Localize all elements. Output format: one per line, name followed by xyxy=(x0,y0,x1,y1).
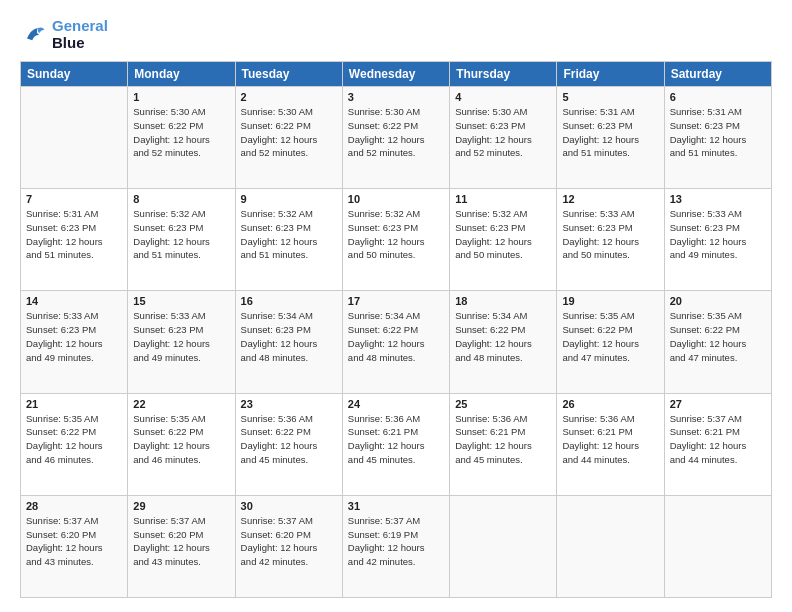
calendar-table: SundayMondayTuesdayWednesdayThursdayFrid… xyxy=(20,61,772,598)
day-info: Sunrise: 5:34 AM Sunset: 6:22 PM Dayligh… xyxy=(348,309,444,364)
calendar-cell: 8Sunrise: 5:32 AM Sunset: 6:23 PM Daylig… xyxy=(128,189,235,291)
header-day-monday: Monday xyxy=(128,62,235,87)
calendar-cell: 15Sunrise: 5:33 AM Sunset: 6:23 PM Dayli… xyxy=(128,291,235,393)
calendar-cell: 4Sunrise: 5:30 AM Sunset: 6:23 PM Daylig… xyxy=(450,87,557,189)
day-info: Sunrise: 5:30 AM Sunset: 6:22 PM Dayligh… xyxy=(348,105,444,160)
logo-text: General Blue xyxy=(52,18,108,51)
week-row-2: 7Sunrise: 5:31 AM Sunset: 6:23 PM Daylig… xyxy=(21,189,772,291)
day-number: 27 xyxy=(670,398,766,410)
day-info: Sunrise: 5:32 AM Sunset: 6:23 PM Dayligh… xyxy=(348,207,444,262)
day-info: Sunrise: 5:36 AM Sunset: 6:21 PM Dayligh… xyxy=(348,412,444,467)
calendar-cell: 14Sunrise: 5:33 AM Sunset: 6:23 PM Dayli… xyxy=(21,291,128,393)
day-info: Sunrise: 5:31 AM Sunset: 6:23 PM Dayligh… xyxy=(670,105,766,160)
calendar-cell: 17Sunrise: 5:34 AM Sunset: 6:22 PM Dayli… xyxy=(342,291,449,393)
day-info: Sunrise: 5:35 AM Sunset: 6:22 PM Dayligh… xyxy=(26,412,122,467)
day-number: 7 xyxy=(26,193,122,205)
calendar-cell: 6Sunrise: 5:31 AM Sunset: 6:23 PM Daylig… xyxy=(664,87,771,189)
day-info: Sunrise: 5:30 AM Sunset: 6:22 PM Dayligh… xyxy=(133,105,229,160)
week-row-1: 1Sunrise: 5:30 AM Sunset: 6:22 PM Daylig… xyxy=(21,87,772,189)
day-info: Sunrise: 5:31 AM Sunset: 6:23 PM Dayligh… xyxy=(26,207,122,262)
day-number: 29 xyxy=(133,500,229,512)
day-number: 28 xyxy=(26,500,122,512)
calendar-cell: 24Sunrise: 5:36 AM Sunset: 6:21 PM Dayli… xyxy=(342,393,449,495)
day-number: 16 xyxy=(241,295,337,307)
calendar-cell: 26Sunrise: 5:36 AM Sunset: 6:21 PM Dayli… xyxy=(557,393,664,495)
day-number: 22 xyxy=(133,398,229,410)
header-day-friday: Friday xyxy=(557,62,664,87)
header-day-wednesday: Wednesday xyxy=(342,62,449,87)
day-number: 21 xyxy=(26,398,122,410)
calendar-header: SundayMondayTuesdayWednesdayThursdayFrid… xyxy=(21,62,772,87)
calendar-cell: 3Sunrise: 5:30 AM Sunset: 6:22 PM Daylig… xyxy=(342,87,449,189)
day-number: 19 xyxy=(562,295,658,307)
day-info: Sunrise: 5:31 AM Sunset: 6:23 PM Dayligh… xyxy=(562,105,658,160)
day-info: Sunrise: 5:34 AM Sunset: 6:23 PM Dayligh… xyxy=(241,309,337,364)
day-number: 3 xyxy=(348,91,444,103)
header-day-sunday: Sunday xyxy=(21,62,128,87)
day-info: Sunrise: 5:33 AM Sunset: 6:23 PM Dayligh… xyxy=(562,207,658,262)
day-info: Sunrise: 5:37 AM Sunset: 6:20 PM Dayligh… xyxy=(133,514,229,569)
calendar-cell: 22Sunrise: 5:35 AM Sunset: 6:22 PM Dayli… xyxy=(128,393,235,495)
day-number: 6 xyxy=(670,91,766,103)
day-number: 15 xyxy=(133,295,229,307)
calendar-cell: 25Sunrise: 5:36 AM Sunset: 6:21 PM Dayli… xyxy=(450,393,557,495)
calendar-cell: 1Sunrise: 5:30 AM Sunset: 6:22 PM Daylig… xyxy=(128,87,235,189)
day-number: 14 xyxy=(26,295,122,307)
day-number: 11 xyxy=(455,193,551,205)
day-info: Sunrise: 5:35 AM Sunset: 6:22 PM Dayligh… xyxy=(562,309,658,364)
day-info: Sunrise: 5:33 AM Sunset: 6:23 PM Dayligh… xyxy=(26,309,122,364)
calendar-body: 1Sunrise: 5:30 AM Sunset: 6:22 PM Daylig… xyxy=(21,87,772,598)
day-info: Sunrise: 5:33 AM Sunset: 6:23 PM Dayligh… xyxy=(133,309,229,364)
calendar-cell: 27Sunrise: 5:37 AM Sunset: 6:21 PM Dayli… xyxy=(664,393,771,495)
header-day-tuesday: Tuesday xyxy=(235,62,342,87)
day-number: 13 xyxy=(670,193,766,205)
calendar-cell: 31Sunrise: 5:37 AM Sunset: 6:19 PM Dayli… xyxy=(342,495,449,597)
calendar-cell: 16Sunrise: 5:34 AM Sunset: 6:23 PM Dayli… xyxy=(235,291,342,393)
week-row-3: 14Sunrise: 5:33 AM Sunset: 6:23 PM Dayli… xyxy=(21,291,772,393)
calendar-cell: 5Sunrise: 5:31 AM Sunset: 6:23 PM Daylig… xyxy=(557,87,664,189)
calendar-cell: 28Sunrise: 5:37 AM Sunset: 6:20 PM Dayli… xyxy=(21,495,128,597)
day-info: Sunrise: 5:37 AM Sunset: 6:19 PM Dayligh… xyxy=(348,514,444,569)
calendar-cell: 11Sunrise: 5:32 AM Sunset: 6:23 PM Dayli… xyxy=(450,189,557,291)
day-number: 30 xyxy=(241,500,337,512)
day-info: Sunrise: 5:37 AM Sunset: 6:20 PM Dayligh… xyxy=(26,514,122,569)
day-number: 17 xyxy=(348,295,444,307)
day-number: 2 xyxy=(241,91,337,103)
day-number: 18 xyxy=(455,295,551,307)
header-row: SundayMondayTuesdayWednesdayThursdayFrid… xyxy=(21,62,772,87)
calendar-cell: 10Sunrise: 5:32 AM Sunset: 6:23 PM Dayli… xyxy=(342,189,449,291)
calendar-cell: 2Sunrise: 5:30 AM Sunset: 6:22 PM Daylig… xyxy=(235,87,342,189)
day-number: 12 xyxy=(562,193,658,205)
day-info: Sunrise: 5:37 AM Sunset: 6:21 PM Dayligh… xyxy=(670,412,766,467)
day-number: 8 xyxy=(133,193,229,205)
header-day-thursday: Thursday xyxy=(450,62,557,87)
header-day-saturday: Saturday xyxy=(664,62,771,87)
logo: General Blue xyxy=(20,18,108,51)
header: General Blue xyxy=(20,18,772,51)
calendar-cell xyxy=(21,87,128,189)
calendar-cell: 20Sunrise: 5:35 AM Sunset: 6:22 PM Dayli… xyxy=(664,291,771,393)
day-number: 5 xyxy=(562,91,658,103)
day-info: Sunrise: 5:35 AM Sunset: 6:22 PM Dayligh… xyxy=(133,412,229,467)
day-number: 31 xyxy=(348,500,444,512)
day-info: Sunrise: 5:32 AM Sunset: 6:23 PM Dayligh… xyxy=(241,207,337,262)
calendar-cell: 21Sunrise: 5:35 AM Sunset: 6:22 PM Dayli… xyxy=(21,393,128,495)
calendar-cell xyxy=(557,495,664,597)
calendar-page: General Blue SundayMondayTuesdayWednesda… xyxy=(0,0,792,612)
calendar-cell: 23Sunrise: 5:36 AM Sunset: 6:22 PM Dayli… xyxy=(235,393,342,495)
day-info: Sunrise: 5:36 AM Sunset: 6:21 PM Dayligh… xyxy=(455,412,551,467)
week-row-4: 21Sunrise: 5:35 AM Sunset: 6:22 PM Dayli… xyxy=(21,393,772,495)
day-number: 23 xyxy=(241,398,337,410)
day-info: Sunrise: 5:33 AM Sunset: 6:23 PM Dayligh… xyxy=(670,207,766,262)
day-info: Sunrise: 5:35 AM Sunset: 6:22 PM Dayligh… xyxy=(670,309,766,364)
day-info: Sunrise: 5:37 AM Sunset: 6:20 PM Dayligh… xyxy=(241,514,337,569)
week-row-5: 28Sunrise: 5:37 AM Sunset: 6:20 PM Dayli… xyxy=(21,495,772,597)
day-number: 20 xyxy=(670,295,766,307)
day-number: 4 xyxy=(455,91,551,103)
day-info: Sunrise: 5:32 AM Sunset: 6:23 PM Dayligh… xyxy=(133,207,229,262)
day-number: 26 xyxy=(562,398,658,410)
day-info: Sunrise: 5:32 AM Sunset: 6:23 PM Dayligh… xyxy=(455,207,551,262)
calendar-cell xyxy=(664,495,771,597)
day-info: Sunrise: 5:30 AM Sunset: 6:22 PM Dayligh… xyxy=(241,105,337,160)
calendar-cell: 30Sunrise: 5:37 AM Sunset: 6:20 PM Dayli… xyxy=(235,495,342,597)
